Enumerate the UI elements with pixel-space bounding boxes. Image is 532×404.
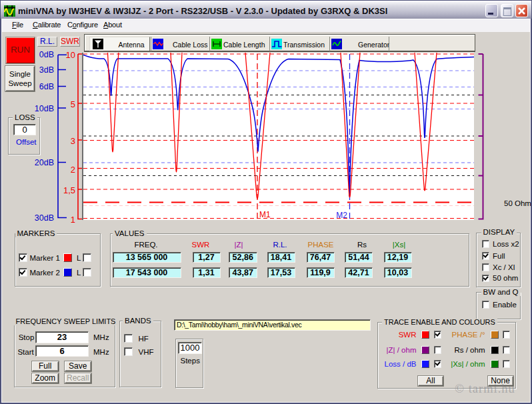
svg-text:M1: M1: [259, 210, 271, 219]
svg-text:M2: M2: [336, 211, 347, 220]
